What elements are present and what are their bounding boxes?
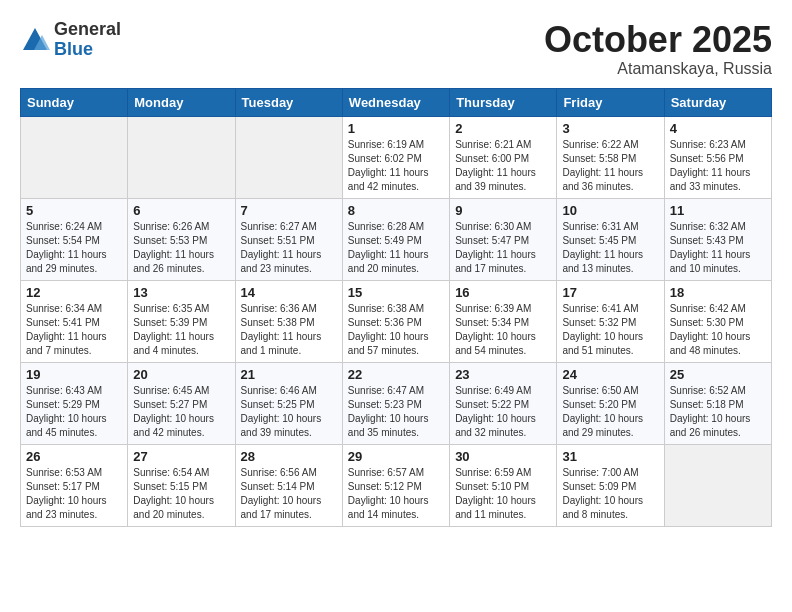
calendar-cell — [128, 116, 235, 198]
day-number: 9 — [455, 203, 551, 218]
calendar-cell — [664, 444, 771, 526]
calendar-cell: 18Sunrise: 6:42 AM Sunset: 5:30 PM Dayli… — [664, 280, 771, 362]
weekday-header-sunday: Sunday — [21, 88, 128, 116]
calendar-cell: 14Sunrise: 6:36 AM Sunset: 5:38 PM Dayli… — [235, 280, 342, 362]
calendar-cell: 29Sunrise: 6:57 AM Sunset: 5:12 PM Dayli… — [342, 444, 449, 526]
day-number: 4 — [670, 121, 766, 136]
day-info: Sunrise: 6:31 AM Sunset: 5:45 PM Dayligh… — [562, 220, 658, 276]
day-number: 24 — [562, 367, 658, 382]
day-info: Sunrise: 6:34 AM Sunset: 5:41 PM Dayligh… — [26, 302, 122, 358]
weekday-header-thursday: Thursday — [450, 88, 557, 116]
calendar-week-row: 26Sunrise: 6:53 AM Sunset: 5:17 PM Dayli… — [21, 444, 772, 526]
day-info: Sunrise: 6:56 AM Sunset: 5:14 PM Dayligh… — [241, 466, 337, 522]
day-info: Sunrise: 6:54 AM Sunset: 5:15 PM Dayligh… — [133, 466, 229, 522]
day-number: 13 — [133, 285, 229, 300]
calendar-cell: 15Sunrise: 6:38 AM Sunset: 5:36 PM Dayli… — [342, 280, 449, 362]
calendar-cell: 2Sunrise: 6:21 AM Sunset: 6:00 PM Daylig… — [450, 116, 557, 198]
calendar-cell: 19Sunrise: 6:43 AM Sunset: 5:29 PM Dayli… — [21, 362, 128, 444]
day-info: Sunrise: 6:39 AM Sunset: 5:34 PM Dayligh… — [455, 302, 551, 358]
calendar-week-row: 12Sunrise: 6:34 AM Sunset: 5:41 PM Dayli… — [21, 280, 772, 362]
day-number: 17 — [562, 285, 658, 300]
calendar-cell: 4Sunrise: 6:23 AM Sunset: 5:56 PM Daylig… — [664, 116, 771, 198]
day-number: 28 — [241, 449, 337, 464]
calendar-cell — [235, 116, 342, 198]
day-info: Sunrise: 6:19 AM Sunset: 6:02 PM Dayligh… — [348, 138, 444, 194]
day-info: Sunrise: 6:21 AM Sunset: 6:00 PM Dayligh… — [455, 138, 551, 194]
day-number: 20 — [133, 367, 229, 382]
calendar-cell: 31Sunrise: 7:00 AM Sunset: 5:09 PM Dayli… — [557, 444, 664, 526]
day-info: Sunrise: 6:38 AM Sunset: 5:36 PM Dayligh… — [348, 302, 444, 358]
calendar-cell: 13Sunrise: 6:35 AM Sunset: 5:39 PM Dayli… — [128, 280, 235, 362]
day-number: 23 — [455, 367, 551, 382]
calendar-cell: 6Sunrise: 6:26 AM Sunset: 5:53 PM Daylig… — [128, 198, 235, 280]
calendar-week-row: 1Sunrise: 6:19 AM Sunset: 6:02 PM Daylig… — [21, 116, 772, 198]
logo-text: General Blue — [54, 20, 121, 60]
day-info: Sunrise: 6:26 AM Sunset: 5:53 PM Dayligh… — [133, 220, 229, 276]
day-info: Sunrise: 6:35 AM Sunset: 5:39 PM Dayligh… — [133, 302, 229, 358]
day-number: 31 — [562, 449, 658, 464]
logo-general-text: General — [54, 20, 121, 40]
day-number: 2 — [455, 121, 551, 136]
day-info: Sunrise: 7:00 AM Sunset: 5:09 PM Dayligh… — [562, 466, 658, 522]
page-header: General Blue October 2025 Atamanskaya, R… — [20, 20, 772, 78]
day-info: Sunrise: 6:43 AM Sunset: 5:29 PM Dayligh… — [26, 384, 122, 440]
day-number: 14 — [241, 285, 337, 300]
day-number: 30 — [455, 449, 551, 464]
calendar-cell: 30Sunrise: 6:59 AM Sunset: 5:10 PM Dayli… — [450, 444, 557, 526]
calendar-cell: 11Sunrise: 6:32 AM Sunset: 5:43 PM Dayli… — [664, 198, 771, 280]
day-number: 5 — [26, 203, 122, 218]
day-number: 15 — [348, 285, 444, 300]
calendar-cell: 22Sunrise: 6:47 AM Sunset: 5:23 PM Dayli… — [342, 362, 449, 444]
calendar-cell: 27Sunrise: 6:54 AM Sunset: 5:15 PM Dayli… — [128, 444, 235, 526]
calendar-cell: 9Sunrise: 6:30 AM Sunset: 5:47 PM Daylig… — [450, 198, 557, 280]
calendar-cell: 7Sunrise: 6:27 AM Sunset: 5:51 PM Daylig… — [235, 198, 342, 280]
day-info: Sunrise: 6:46 AM Sunset: 5:25 PM Dayligh… — [241, 384, 337, 440]
day-number: 6 — [133, 203, 229, 218]
calendar-cell: 17Sunrise: 6:41 AM Sunset: 5:32 PM Dayli… — [557, 280, 664, 362]
day-number: 7 — [241, 203, 337, 218]
calendar-week-row: 19Sunrise: 6:43 AM Sunset: 5:29 PM Dayli… — [21, 362, 772, 444]
day-info: Sunrise: 6:49 AM Sunset: 5:22 PM Dayligh… — [455, 384, 551, 440]
calendar-cell: 28Sunrise: 6:56 AM Sunset: 5:14 PM Dayli… — [235, 444, 342, 526]
day-info: Sunrise: 6:45 AM Sunset: 5:27 PM Dayligh… — [133, 384, 229, 440]
day-number: 16 — [455, 285, 551, 300]
day-number: 19 — [26, 367, 122, 382]
calendar-cell: 3Sunrise: 6:22 AM Sunset: 5:58 PM Daylig… — [557, 116, 664, 198]
day-number: 12 — [26, 285, 122, 300]
day-number: 25 — [670, 367, 766, 382]
day-number: 1 — [348, 121, 444, 136]
title-block: October 2025 Atamanskaya, Russia — [544, 20, 772, 78]
day-info: Sunrise: 6:57 AM Sunset: 5:12 PM Dayligh… — [348, 466, 444, 522]
calendar-cell: 16Sunrise: 6:39 AM Sunset: 5:34 PM Dayli… — [450, 280, 557, 362]
day-info: Sunrise: 6:52 AM Sunset: 5:18 PM Dayligh… — [670, 384, 766, 440]
calendar-week-row: 5Sunrise: 6:24 AM Sunset: 5:54 PM Daylig… — [21, 198, 772, 280]
day-number: 3 — [562, 121, 658, 136]
weekday-header-wednesday: Wednesday — [342, 88, 449, 116]
weekday-header-saturday: Saturday — [664, 88, 771, 116]
day-info: Sunrise: 6:53 AM Sunset: 5:17 PM Dayligh… — [26, 466, 122, 522]
month-title: October 2025 — [544, 20, 772, 60]
calendar-cell: 10Sunrise: 6:31 AM Sunset: 5:45 PM Dayli… — [557, 198, 664, 280]
calendar-cell: 25Sunrise: 6:52 AM Sunset: 5:18 PM Dayli… — [664, 362, 771, 444]
day-info: Sunrise: 6:42 AM Sunset: 5:30 PM Dayligh… — [670, 302, 766, 358]
calendar-cell: 8Sunrise: 6:28 AM Sunset: 5:49 PM Daylig… — [342, 198, 449, 280]
calendar-cell: 12Sunrise: 6:34 AM Sunset: 5:41 PM Dayli… — [21, 280, 128, 362]
day-number: 11 — [670, 203, 766, 218]
day-number: 8 — [348, 203, 444, 218]
day-info: Sunrise: 6:24 AM Sunset: 5:54 PM Dayligh… — [26, 220, 122, 276]
day-info: Sunrise: 6:30 AM Sunset: 5:47 PM Dayligh… — [455, 220, 551, 276]
logo: General Blue — [20, 20, 121, 60]
day-info: Sunrise: 6:23 AM Sunset: 5:56 PM Dayligh… — [670, 138, 766, 194]
calendar-cell: 26Sunrise: 6:53 AM Sunset: 5:17 PM Dayli… — [21, 444, 128, 526]
day-info: Sunrise: 6:32 AM Sunset: 5:43 PM Dayligh… — [670, 220, 766, 276]
day-number: 22 — [348, 367, 444, 382]
day-info: Sunrise: 6:27 AM Sunset: 5:51 PM Dayligh… — [241, 220, 337, 276]
logo-blue-text: Blue — [54, 40, 121, 60]
weekday-header-tuesday: Tuesday — [235, 88, 342, 116]
day-number: 26 — [26, 449, 122, 464]
day-info: Sunrise: 6:36 AM Sunset: 5:38 PM Dayligh… — [241, 302, 337, 358]
day-info: Sunrise: 6:50 AM Sunset: 5:20 PM Dayligh… — [562, 384, 658, 440]
calendar-cell: 23Sunrise: 6:49 AM Sunset: 5:22 PM Dayli… — [450, 362, 557, 444]
weekday-header-row: SundayMondayTuesdayWednesdayThursdayFrid… — [21, 88, 772, 116]
calendar-cell: 21Sunrise: 6:46 AM Sunset: 5:25 PM Dayli… — [235, 362, 342, 444]
